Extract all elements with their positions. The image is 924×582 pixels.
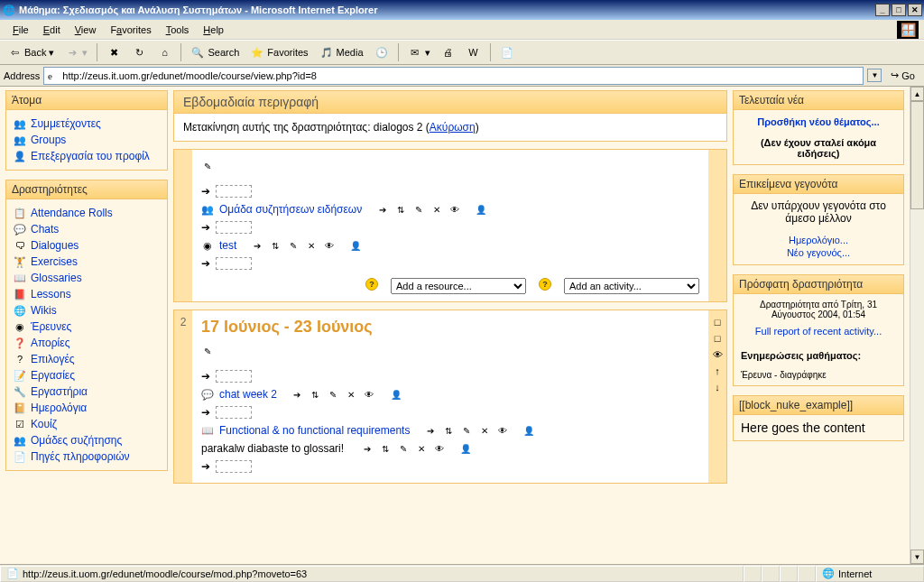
media-button[interactable]: 🎵Media: [316, 43, 367, 61]
stop-button[interactable]: ✖: [103, 43, 125, 61]
mail-button[interactable]: ✉▾: [404, 43, 434, 61]
edit-button[interactable]: W: [463, 43, 485, 61]
print-button[interactable]: 🖨: [438, 43, 459, 61]
history-button[interactable]: 🕒: [371, 43, 393, 61]
home-icon: ⌂: [157, 45, 171, 60]
menu-edit[interactable]: Edit: [36, 23, 68, 37]
menu-view[interactable]: View: [68, 23, 104, 37]
addressbar: Address ▼ ↪Go: [0, 65, 924, 87]
discuss-button[interactable]: 📄: [496, 43, 518, 61]
forward-button[interactable]: ➔▾: [61, 43, 91, 61]
menu-help[interactable]: Help: [196, 23, 231, 37]
search-icon: 🔍: [190, 45, 205, 60]
menu-favorites[interactable]: Favorites: [103, 23, 158, 37]
app-icon: 🌐: [2, 3, 16, 17]
window-title: Μάθημα: Σχεδιασμός και Ανάλυση Συστημάτω…: [16, 5, 875, 15]
refresh-icon: ↻: [132, 45, 146, 60]
address-dropdown[interactable]: ▼: [867, 69, 882, 82]
address-label: Address: [4, 70, 40, 81]
go-icon: ↪: [891, 69, 899, 81]
star-icon: ⭐: [250, 45, 264, 60]
mail-icon: ✉: [408, 45, 422, 60]
menu-file[interactable]: File: [5, 23, 36, 37]
back-icon: ⇦: [7, 45, 22, 60]
forward-icon: ➔: [65, 45, 79, 60]
menu-tools[interactable]: Tools: [159, 23, 197, 37]
favorites-button[interactable]: ⭐Favorites: [246, 43, 311, 61]
address-input[interactable]: [43, 67, 864, 85]
ie-logo-icon: 🪟: [897, 21, 919, 39]
maximize-button[interactable]: □: [892, 4, 906, 16]
minimize-button[interactable]: _: [875, 4, 890, 16]
history-icon: 🕒: [374, 45, 389, 60]
window-titlebar: 🌐 Μάθημα: Σχεδιασμός και Ανάλυση Συστημά…: [0, 0, 924, 20]
print-icon: 🖨: [441, 45, 456, 60]
word-icon: W: [467, 45, 481, 60]
search-button[interactable]: 🔍Search: [187, 43, 243, 61]
close-button[interactable]: ✕: [908, 4, 922, 16]
go-button[interactable]: ↪Go: [885, 68, 920, 83]
menubar: File Edit View Favorites Tools Help 🪟: [0, 20, 924, 40]
discuss-icon: 📄: [500, 45, 514, 60]
media-icon: 🎵: [319, 45, 334, 60]
back-button[interactable]: ⇦Back▾: [4, 43, 58, 61]
toolbar: ⇦Back▾ ➔▾ ✖ ↻ ⌂ 🔍Search ⭐Favorites 🎵Medi…: [0, 40, 924, 65]
refresh-button[interactable]: ↻: [128, 43, 150, 61]
home-button[interactable]: ⌂: [153, 43, 175, 61]
stop-icon: ✖: [106, 45, 121, 60]
